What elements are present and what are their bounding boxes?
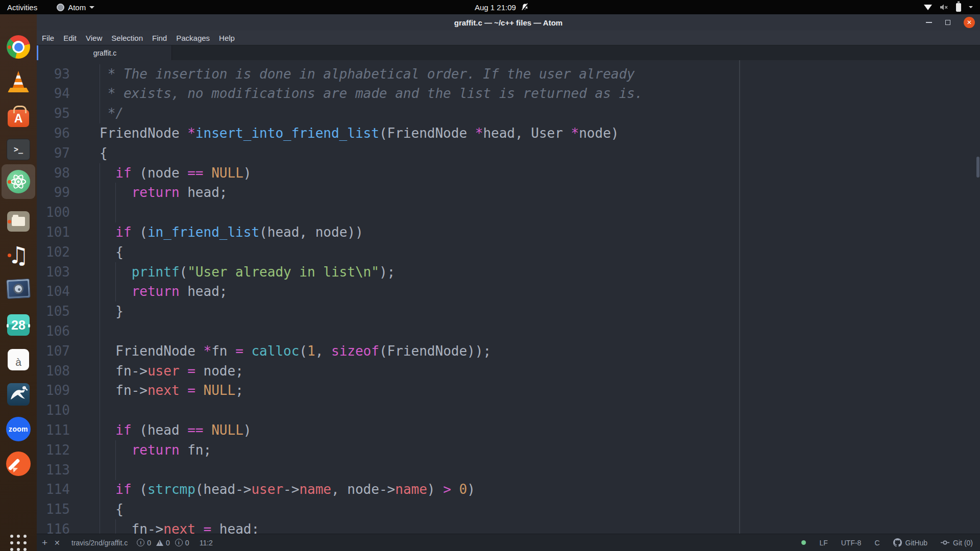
- dock-item-files[interactable]: [6, 209, 31, 234]
- cursor-position[interactable]: 11:2: [200, 539, 213, 547]
- code-line[interactable]: [100, 203, 980, 222]
- dock-item-terminal[interactable]: >_: [6, 137, 31, 162]
- dock-item-software-updater[interactable]: [6, 452, 31, 476]
- code-line[interactable]: return head;: [100, 282, 980, 302]
- line-number: 105: [37, 302, 70, 321]
- code-line[interactable]: fn->next = NULL;: [100, 381, 980, 400]
- line-number: 102: [37, 242, 70, 262]
- code-line[interactable]: fn->user = node;: [100, 361, 980, 381]
- status-bar: + ✕ travis/2nd/graffit.c ! 0 0 i 0 11:2: [37, 534, 980, 551]
- indent-guide: [100, 302, 100, 321]
- code-line[interactable]: if (strcmp(head->user->name, node->name)…: [100, 480, 980, 499]
- clock-menu[interactable]: Aug 1 21:09: [475, 0, 529, 14]
- status-ok-icon[interactable]: [801, 540, 806, 545]
- dock-item-chrome[interactable]: [6, 35, 31, 59]
- menu-bar: FileEditViewSelectionFindPackagesHelp: [37, 31, 980, 45]
- app-menu-button[interactable]: Atom: [57, 3, 94, 12]
- menu-item-selection[interactable]: Selection: [107, 31, 148, 45]
- add-button[interactable]: +: [42, 537, 54, 548]
- code-line[interactable]: return fn;: [100, 440, 980, 460]
- menu-item-packages[interactable]: Packages: [172, 31, 214, 45]
- menu-item-view[interactable]: View: [81, 31, 107, 45]
- dock-item-mysql-workbench[interactable]: [6, 382, 31, 407]
- dock-item-calendar[interactable]: 28: [6, 313, 31, 337]
- restore-button[interactable]: [945, 20, 950, 25]
- code-line[interactable]: {: [100, 242, 980, 262]
- show-applications-button[interactable]: [6, 531, 31, 551]
- code-line[interactable]: if (in_friend_list(head, node)): [100, 222, 980, 242]
- dock-item-ubuntu-software[interactable]: A: [6, 104, 31, 129]
- code-line[interactable]: if (head == NULL): [100, 420, 980, 440]
- file-path[interactable]: travis/2nd/graffit.c: [71, 539, 128, 547]
- dock-item-text-editor[interactable]: à: [6, 347, 31, 372]
- dock-item-vlc[interactable]: [6, 69, 31, 94]
- error-count[interactable]: ! 0: [137, 539, 151, 547]
- dock-item-rhythmbox[interactable]: ♫: [6, 243, 31, 267]
- code-editor[interactable]: 9394959697989910010110210310410510610710…: [37, 60, 980, 534]
- title-bar[interactable]: graffit.c — ~/c++ files — Atom ✕: [37, 14, 980, 31]
- code-line[interactable]: * exists, no modifications are made and …: [100, 84, 980, 104]
- encoding-selector[interactable]: UTF-8: [841, 539, 862, 547]
- code-line[interactable]: [100, 321, 980, 341]
- indent-guide: [100, 341, 100, 361]
- code-line[interactable]: [100, 400, 980, 420]
- system-tray[interactable]: [924, 0, 973, 14]
- software-updater-icon: [6, 452, 31, 476]
- git-panel-toggle[interactable]: Git (0): [941, 539, 973, 547]
- indent-guide: [100, 84, 100, 104]
- line-number: 94: [37, 84, 70, 104]
- code-line[interactable]: fn->next = head;: [100, 519, 980, 534]
- minimize-button[interactable]: [926, 22, 932, 23]
- close-button[interactable]: ✕: [964, 17, 975, 28]
- indent-guide: [100, 519, 100, 534]
- indent-guide: [100, 282, 100, 302]
- code-line[interactable]: {: [100, 143, 980, 163]
- code-line[interactable]: [100, 460, 980, 480]
- line-number: 98: [37, 163, 70, 183]
- line-number: 103: [37, 262, 70, 282]
- line-ending-selector[interactable]: LF: [819, 539, 827, 547]
- code-line[interactable]: {: [100, 499, 980, 519]
- code-line[interactable]: }: [100, 302, 980, 321]
- dock-item-atom[interactable]: [6, 169, 31, 194]
- close-tool-button[interactable]: ✕: [54, 539, 71, 547]
- activities-button[interactable]: Activities: [0, 0, 44, 14]
- grammar-selector[interactable]: C: [874, 539, 879, 547]
- atom-app-icon: [57, 4, 64, 11]
- menu-item-help[interactable]: Help: [214, 31, 239, 45]
- code-line[interactable]: */: [100, 104, 980, 123]
- line-number: 95: [37, 104, 70, 123]
- menu-item-edit[interactable]: Edit: [59, 31, 81, 45]
- zoom-icon: zoom: [6, 417, 31, 441]
- info-count[interactable]: i 0: [175, 539, 189, 547]
- code-line[interactable]: return head;: [100, 183, 980, 203]
- indent-guide: [100, 183, 100, 203]
- vertical-scrollbar-thumb[interactable]: [976, 157, 979, 178]
- code-line[interactable]: printf("User already in list\n");: [100, 262, 980, 282]
- menu-item-file[interactable]: File: [37, 31, 59, 45]
- dock-item-videos[interactable]: [6, 277, 31, 301]
- indent-guide: [115, 460, 116, 480]
- indent-guide: [100, 480, 100, 499]
- code-line[interactable]: FriendNode *insert_into_friend_list(Frie…: [100, 123, 980, 143]
- indent-guide: [100, 222, 100, 242]
- notifications-muted-bell-icon: [521, 3, 529, 12]
- indent-guide: [115, 519, 116, 534]
- line-number: 112: [37, 440, 70, 460]
- menu-item-find[interactable]: Find: [148, 31, 172, 45]
- indent-guide: [115, 440, 116, 460]
- github-icon: [893, 538, 902, 547]
- line-number: 106: [37, 321, 70, 341]
- warning-icon: [156, 540, 163, 546]
- window-title: graffit.c — ~/c++ files — Atom: [454, 18, 562, 27]
- warning-count[interactable]: 0: [156, 539, 170, 547]
- tab-graffit-c[interactable]: graffit.c: [38, 45, 172, 61]
- desktop: Activities Atom Aug 1 21:09: [0, 0, 980, 551]
- tab-bar: graffit.c: [37, 45, 980, 60]
- github-panel-toggle[interactable]: GitHub: [893, 538, 928, 547]
- indent-guide: [115, 282, 116, 302]
- dock-item-zoom[interactable]: zoom: [6, 417, 31, 441]
- code-line[interactable]: FriendNode *fn = calloc(1, sizeof(Friend…: [100, 341, 980, 361]
- code-line[interactable]: if (node == NULL): [100, 163, 980, 183]
- code-line[interactable]: * The insertion is done in alphabetical …: [100, 64, 980, 84]
